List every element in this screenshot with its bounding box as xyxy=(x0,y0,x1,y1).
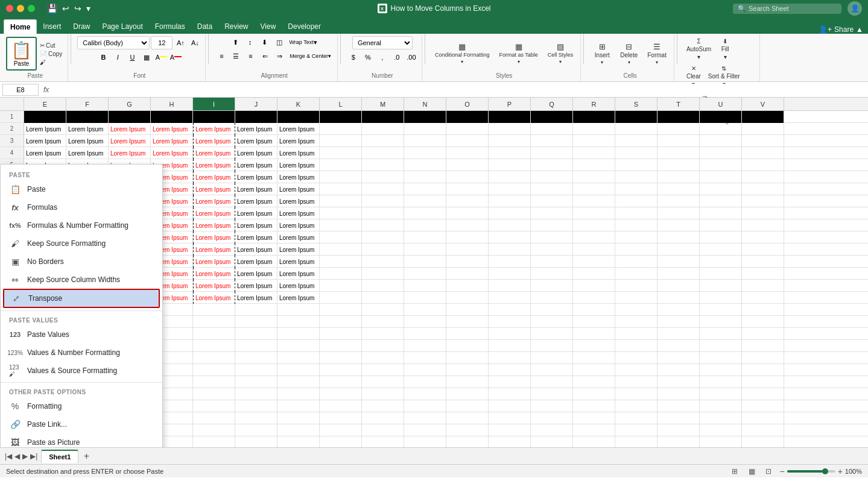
cell[interactable] xyxy=(362,195,404,207)
cell[interactable] xyxy=(446,135,489,147)
cell[interactable] xyxy=(489,135,531,147)
paste-item-transpose[interactable]: ⤢ Transpose xyxy=(3,289,160,308)
tab-data[interactable]: Data xyxy=(191,19,218,34)
cell[interactable]: Lorem Ipsum xyxy=(235,256,277,268)
cell[interactable] xyxy=(700,195,742,207)
cell[interactable]: Lorem Ipsum xyxy=(277,231,320,244)
cell[interactable] xyxy=(573,207,615,219)
cell[interactable] xyxy=(446,183,489,195)
cell[interactable] xyxy=(615,328,657,340)
cell[interactable] xyxy=(277,364,320,376)
cell[interactable] xyxy=(489,256,531,268)
cell[interactable] xyxy=(657,328,700,340)
cell[interactable] xyxy=(531,171,573,183)
cell[interactable] xyxy=(489,231,531,244)
cell[interactable] xyxy=(700,123,742,135)
cell[interactable] xyxy=(362,268,404,280)
cell[interactable] xyxy=(573,147,615,159)
cell[interactable] xyxy=(531,159,573,171)
col-u[interactable]: U xyxy=(700,98,742,110)
cell[interactable] xyxy=(320,111,362,123)
cell[interactable]: Lorem Ipsum xyxy=(235,207,277,219)
cell[interactable] xyxy=(742,219,784,231)
cell[interactable] xyxy=(573,219,615,231)
cell[interactable]: Lorem Ipsum xyxy=(66,123,109,135)
cell[interactable] xyxy=(109,111,151,123)
cell[interactable] xyxy=(277,304,320,316)
cell[interactable] xyxy=(362,123,404,135)
cell[interactable] xyxy=(446,219,489,231)
cell[interactable] xyxy=(24,111,66,123)
cell[interactable] xyxy=(573,436,615,447)
cell[interactable] xyxy=(700,147,742,159)
cell[interactable] xyxy=(657,304,700,316)
cell[interactable] xyxy=(446,268,489,280)
page-break-view-button[interactable]: ⊡ xyxy=(762,465,775,477)
cell[interactable] xyxy=(193,316,235,328)
cell[interactable]: Lorem Ipsum xyxy=(109,135,151,147)
cell[interactable] xyxy=(446,231,489,244)
cell[interactable] xyxy=(573,195,615,207)
cell[interactable] xyxy=(573,183,615,195)
cell[interactable]: Lorem Ipsum xyxy=(193,135,235,147)
cell[interactable] xyxy=(277,328,320,340)
cell[interactable]: Lorem Ipsum xyxy=(24,123,66,135)
zoom-slider-thumb[interactable] xyxy=(822,468,828,474)
cell[interactable] xyxy=(235,316,277,328)
cell[interactable] xyxy=(193,111,235,123)
tab-review[interactable]: Review xyxy=(218,19,254,34)
format-as-table-button[interactable]: ▦ Format as Table ▾ xyxy=(495,40,541,67)
increase-decimal-button[interactable]: .00 xyxy=(405,51,418,63)
cell[interactable] xyxy=(615,412,657,424)
increase-font-button[interactable]: A↑ xyxy=(174,37,187,49)
cell[interactable] xyxy=(446,123,489,135)
decrease-font-button[interactable]: A↓ xyxy=(188,37,201,49)
cell[interactable] xyxy=(489,244,531,256)
cell[interactable] xyxy=(573,256,615,268)
cell[interactable] xyxy=(320,147,362,159)
cell[interactable] xyxy=(193,376,235,388)
insert-button[interactable]: ⊞ Insert ▾ xyxy=(590,40,614,68)
cell[interactable] xyxy=(742,268,784,280)
cell[interactable] xyxy=(657,207,700,219)
cell[interactable] xyxy=(320,436,362,447)
cell[interactable] xyxy=(362,412,404,424)
cell[interactable]: Lorem Ipsum xyxy=(277,135,320,147)
window-controls[interactable] xyxy=(6,5,35,12)
cell[interactable] xyxy=(531,147,573,159)
cell[interactable]: Lorem Ipsum xyxy=(277,256,320,268)
cell[interactable]: Lorem Ipsum xyxy=(193,219,235,231)
cell[interactable]: Lorem Ipsum xyxy=(109,123,151,135)
cell[interactable] xyxy=(489,219,531,231)
cell[interactable] xyxy=(700,183,742,195)
cell[interactable] xyxy=(615,388,657,400)
cell[interactable] xyxy=(657,159,700,171)
cell[interactable] xyxy=(700,424,742,436)
cell[interactable] xyxy=(615,147,657,159)
cell[interactable]: Lorem Ipsum xyxy=(235,123,277,135)
cell[interactable] xyxy=(320,400,362,412)
cell[interactable]: Lorem Ipsum xyxy=(277,147,320,159)
increase-indent-button[interactable]: ⇒ xyxy=(273,50,286,62)
cell[interactable] xyxy=(742,111,784,123)
cell[interactable] xyxy=(235,340,277,352)
cell[interactable] xyxy=(615,195,657,207)
cell[interactable]: Lorem Ipsum xyxy=(66,147,109,159)
cell[interactable] xyxy=(446,304,489,316)
tab-formulas[interactable]: Formulas xyxy=(149,19,191,34)
cell[interactable] xyxy=(700,304,742,316)
cell[interactable] xyxy=(489,424,531,436)
cell[interactable] xyxy=(700,171,742,183)
cell[interactable] xyxy=(742,207,784,219)
paste-item-keep-source[interactable]: 🖌 Keep Source Formatting xyxy=(1,234,162,253)
cell[interactable]: Lorem Ipsum xyxy=(151,147,193,159)
cell[interactable] xyxy=(700,135,742,147)
cell[interactable] xyxy=(320,328,362,340)
normal-view-button[interactable]: ⊞ xyxy=(729,465,741,477)
cell[interactable] xyxy=(531,340,573,352)
next-sheet-arrow[interactable]: ▶ xyxy=(22,452,28,461)
cell[interactable]: Lorem Ipsum xyxy=(151,123,193,135)
cell[interactable] xyxy=(700,280,742,292)
cell[interactable]: Lorem Ipsum xyxy=(193,207,235,219)
cell[interactable] xyxy=(446,412,489,424)
